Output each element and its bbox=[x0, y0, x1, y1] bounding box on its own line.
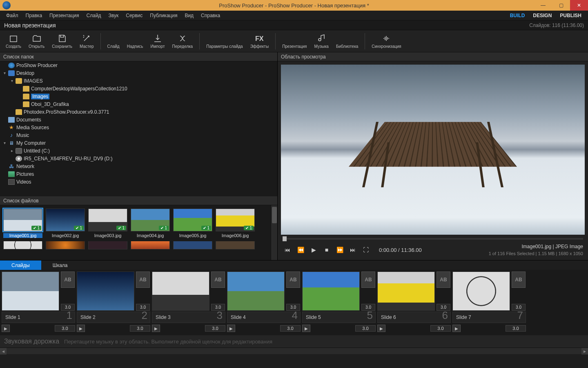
slide-play-button[interactable]: ▶ bbox=[152, 325, 160, 332]
file-thumbnail[interactable]: ✔ 1Image004.jpg bbox=[131, 209, 170, 238]
slide-play-button[interactable]: ▶ bbox=[77, 325, 85, 332]
fullscreen-button[interactable]: ⛶ bbox=[361, 245, 371, 255]
slide-play-button[interactable]: ▶ bbox=[302, 325, 310, 332]
scroll-right-button[interactable]: ▸ bbox=[581, 348, 588, 355]
tree-item[interactable]: ▾Desktop bbox=[0, 69, 277, 77]
file-thumbnail[interactable]: ✔ 1Image001.jpg bbox=[3, 209, 42, 238]
timeline-slide[interactable]: AB3.0Slide 44▶3.0 bbox=[227, 272, 301, 335]
expand-icon[interactable]: ▾ bbox=[2, 71, 7, 75]
expand-icon[interactable]: ▾ bbox=[10, 79, 14, 83]
toolbar-library-button[interactable]: Библиотека bbox=[333, 33, 361, 49]
menu-звук[interactable]: Звук bbox=[105, 11, 122, 20]
folder-tree[interactable]: ProShow Producer▾Desktop▾IMAGESComputerD… bbox=[0, 61, 277, 196]
toolbar-music-button[interactable]: Музыка bbox=[311, 33, 332, 49]
toolbar-wizard-button[interactable]: Мастер bbox=[76, 33, 97, 49]
toolbar-save-button[interactable]: Сохранить bbox=[49, 33, 76, 49]
slide-play-button[interactable]: ▶ bbox=[452, 325, 461, 332]
tree-item[interactable]: ★Media Sources bbox=[0, 123, 277, 131]
tree-item[interactable]: Documents bbox=[0, 116, 277, 123]
transition-button[interactable]: AB bbox=[211, 272, 225, 288]
toolbar-fx-button[interactable]: FXЭффекты bbox=[247, 33, 272, 49]
menu-файл[interactable]: Файл bbox=[2, 11, 22, 20]
transition-button[interactable]: AB bbox=[361, 272, 375, 288]
slide-thumbnail[interactable] bbox=[452, 272, 510, 311]
toolbar-params-button[interactable]: Параметры слайда bbox=[203, 33, 246, 49]
file-thumbnail[interactable] bbox=[46, 241, 85, 249]
file-thumbnail[interactable] bbox=[131, 241, 170, 249]
tree-item[interactable]: ▾🖥My Computer bbox=[0, 139, 277, 147]
file-thumbnail[interactable] bbox=[3, 241, 42, 249]
slide-thumbnail[interactable] bbox=[377, 272, 435, 311]
tree-item[interactable]: Oboi_3D_Grafika bbox=[0, 100, 277, 108]
tree-item[interactable]: IR5_CENA_X64FREV_RU-RU_DV9 (D:) bbox=[0, 155, 277, 162]
file-thumbnail[interactable] bbox=[216, 241, 255, 249]
tree-item[interactable]: Images bbox=[0, 92, 277, 100]
file-thumbnail[interactable] bbox=[88, 241, 127, 249]
slide-thumbnail[interactable] bbox=[302, 272, 360, 311]
toolbar-import-button[interactable]: Импорт bbox=[147, 33, 168, 49]
tree-item[interactable]: Videos bbox=[0, 178, 277, 186]
maximize-button[interactable]: ▢ bbox=[552, 0, 570, 11]
tree-item[interactable]: 🖧Network bbox=[0, 162, 277, 170]
slide-play-button[interactable]: ▶ bbox=[377, 325, 385, 332]
timeline-scrollbar[interactable]: ◂ ▸ bbox=[0, 348, 588, 354]
timeline-slide[interactable]: AB3.0Slide 22▶3.0 bbox=[77, 272, 150, 335]
play-button[interactable]: ▶ bbox=[309, 245, 318, 255]
tree-item[interactable]: ▾IMAGES bbox=[0, 77, 277, 85]
menu-справка[interactable]: Справка bbox=[197, 11, 224, 20]
forward-button[interactable]: ⏩ bbox=[335, 245, 345, 255]
slide-duration[interactable]: 3.0 bbox=[506, 325, 526, 332]
transition-button[interactable]: AB bbox=[437, 272, 450, 288]
slide-duration[interactable]: 3.0 bbox=[280, 325, 301, 332]
slide-thumbnail[interactable] bbox=[2, 272, 59, 311]
mode-build[interactable]: BUILD bbox=[506, 11, 529, 20]
tree-item[interactable]: ComputerDesktopWallpapersCollection1210 bbox=[0, 85, 277, 92]
mode-design[interactable]: DESIGN bbox=[529, 11, 556, 20]
transition-button[interactable]: AB bbox=[512, 272, 526, 288]
expand-icon[interactable]: ▸ bbox=[10, 148, 14, 153]
timeline-tab-Шкала[interactable]: Шкала bbox=[41, 260, 79, 270]
toolbar-text-button[interactable]: Надпись bbox=[124, 33, 147, 49]
menu-презентация[interactable]: Презентация bbox=[46, 11, 83, 20]
toolbar-open-button[interactable]: Открыть bbox=[25, 33, 48, 49]
timeline-slide[interactable]: AB3.0Slide 55▶3.0 bbox=[302, 272, 376, 335]
menu-правка[interactable]: Правка bbox=[22, 11, 46, 20]
tree-item[interactable]: Pictures bbox=[0, 170, 277, 178]
menu-сервис[interactable]: Сервис bbox=[122, 11, 146, 20]
slide-duration[interactable]: 3.0 bbox=[55, 325, 75, 332]
menu-публикация[interactable]: Публикация bbox=[146, 11, 181, 20]
slide-duration[interactable]: 3.0 bbox=[430, 325, 451, 332]
expand-icon[interactable]: ▾ bbox=[2, 141, 7, 145]
menu-слайд[interactable]: Слайд bbox=[83, 11, 105, 20]
timeline-slide[interactable]: AB3.0Slide 66▶3.0 bbox=[377, 272, 451, 335]
timeline-tab-Слайды[interactable]: Слайды bbox=[0, 260, 41, 270]
file-thumbnail[interactable]: ✔ 1Image006.jpg bbox=[216, 209, 255, 238]
slide-play-button[interactable]: ▶ bbox=[2, 325, 10, 332]
tree-item[interactable]: ▸Untitled (C:) bbox=[0, 147, 277, 155]
minimize-button[interactable]: — bbox=[534, 0, 552, 11]
last-button[interactable]: ⏭ bbox=[348, 245, 358, 255]
file-thumbnail[interactable] bbox=[173, 241, 212, 249]
transition-button[interactable]: AB bbox=[61, 272, 75, 288]
slide-thumbnail[interactable] bbox=[227, 272, 285, 311]
preview-viewport[interactable] bbox=[281, 65, 585, 235]
slide-duration[interactable]: 3.0 bbox=[130, 325, 150, 332]
timeline-slide[interactable]: AB3.0Slide 11▶3.0 bbox=[2, 272, 75, 335]
tree-item[interactable]: ♪Music bbox=[0, 131, 277, 139]
transition-button[interactable]: AB bbox=[136, 272, 150, 288]
toolbar-new-button[interactable]: Создать bbox=[2, 33, 24, 49]
file-scrollbar[interactable] bbox=[271, 205, 277, 260]
mode-publish[interactable]: PUBLISH bbox=[556, 11, 586, 20]
transition-button[interactable]: AB bbox=[286, 272, 300, 288]
timeline-slide[interactable]: AB3.0Slide 33▶3.0 bbox=[152, 272, 225, 335]
toolbar-remix-button[interactable]: Переделка bbox=[169, 33, 196, 49]
slide-thumbnail[interactable] bbox=[152, 272, 209, 311]
tree-item[interactable]: Photodex.ProShow.Producer.v9.0.3771 bbox=[0, 108, 277, 116]
slide-duration[interactable]: 3.0 bbox=[205, 325, 225, 332]
seek-bar[interactable] bbox=[283, 238, 583, 240]
toolbar-slide-button[interactable]: Слайд bbox=[104, 33, 123, 49]
scroll-left-button[interactable]: ◂ bbox=[0, 348, 7, 355]
stop-button[interactable]: ■ bbox=[322, 245, 332, 255]
tree-item[interactable]: ProShow Producer bbox=[0, 61, 277, 69]
file-thumbnail[interactable]: ✔ 1Image002.jpg bbox=[46, 209, 85, 238]
